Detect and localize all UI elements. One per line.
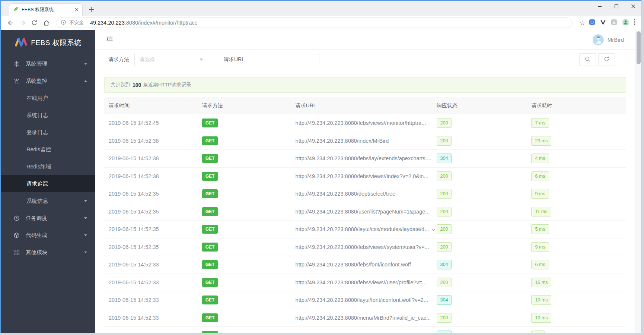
window-border-right[interactable] <box>641 0 644 335</box>
table-row[interactable]: 2019-06-15 14:52:38 GET http://49.234.20… <box>104 150 626 168</box>
duration-badge: 9 ms <box>531 242 549 252</box>
address-bar[interactable]: 不安全 49.234.20.223:8080/index#/monitor/ht… <box>56 18 573 28</box>
alert-prefix: 共追踪到 <box>111 82 131 88</box>
duration-badge: 9 ms <box>531 189 549 199</box>
table-row[interactable]: 2019-06-15 14:52:35 GET http://49.234.20… <box>104 238 626 256</box>
method-badge: GET <box>202 243 218 252</box>
home-icon[interactable] <box>41 17 52 28</box>
col-header-status: 响应状态 <box>437 102 532 109</box>
chevron-down-icon[interactable] <box>431 226 436 232</box>
febs-logo-icon <box>15 37 27 48</box>
sidebar-item-label: Redis终端 <box>26 163 51 170</box>
sidebar-item-redis-monitor[interactable]: Redis监控 <box>1 141 95 158</box>
table-row[interactable]: 2019-06-15 14:52:38 GET http://49.234.20… <box>104 168 626 186</box>
status-badge: 304 <box>437 295 452 305</box>
sidebar-item-request-trace[interactable]: 请求追踪 <box>1 175 95 192</box>
table-row[interactable]: 2019-06-15 14:52:33 GET http://49.234.20… <box>104 291 626 309</box>
extension-v-icon[interactable] <box>600 19 606 26</box>
method-select[interactable]: 请选择 <box>134 53 208 66</box>
page-scrollbar[interactable] <box>635 30 641 333</box>
sidebar-item-label: 任务调度 <box>26 215 47 222</box>
browser-tab[interactable]: FEBS 权限系统 <box>9 3 83 16</box>
app-logo[interactable]: FEBS 权限系统 <box>1 30 95 55</box>
trace-count-alert: 共追踪到100条近期HTTP请求记录 <box>104 77 626 93</box>
tab-close-icon[interactable] <box>75 8 79 12</box>
duration-badge: 15 ms <box>531 278 551 287</box>
request-time: 2019-06-15 14:52:38 <box>109 155 202 161</box>
duration-badge: 4 ms <box>531 154 549 163</box>
sidebar-item-code-generation[interactable]: 代码生成 <box>1 227 95 244</box>
method-badge: GET <box>202 189 218 198</box>
sidebar-collapse-icon[interactable] <box>106 35 114 44</box>
sidebar-item-system-monitor[interactable]: 系统监控 <box>1 72 95 89</box>
new-tab-button[interactable] <box>89 7 94 12</box>
window-controls <box>591 1 641 12</box>
refresh-button[interactable] <box>598 53 615 66</box>
maximize-button[interactable] <box>608 1 625 12</box>
main-content: MrBird 请求方法 请选择 请求URL <box>95 30 641 333</box>
forward-icon[interactable] <box>17 17 28 28</box>
sidebar-item-system-management[interactable]: 系统管理 <box>1 55 95 72</box>
search-button[interactable] <box>579 53 596 66</box>
cube-icon <box>13 232 20 238</box>
sidebar-item-redis-terminal[interactable]: Redis终端 <box>1 158 95 175</box>
page-body: 请求方法 请选择 请求URL <box>95 50 641 333</box>
table-row[interactable]: 2019-06-15 14:52:35 GET http://49.234.20… <box>104 185 626 203</box>
sidebar-item-label: 登录日志 <box>26 129 48 136</box>
close-window-button[interactable] <box>625 1 641 12</box>
browser-menu-icon[interactable] <box>634 19 635 26</box>
scrollbar-thumb[interactable] <box>637 31 641 64</box>
sidebar-item-label: 请求追踪 <box>26 180 48 187</box>
request-url: http://49.234.20.223:8080/user/list?page… <box>296 209 437 215</box>
security-label: 不安全 <box>69 19 84 26</box>
url-filter-label: 请求URL <box>224 56 245 63</box>
table-row[interactable]: 2019-06-15 14:52:33 GET http://49.234.20… <box>104 309 626 327</box>
sidebar-item-online-users[interactable]: 在线用户 <box>1 89 95 107</box>
username: MrBird <box>608 37 624 43</box>
status-badge: 200 <box>437 136 452 146</box>
sidebar: FEBS 权限系统 系统管理 系统监控 在线用户 系统日志 登录 <box>1 30 95 333</box>
sidebar-item-other-modules[interactable]: 其他模块 <box>1 244 95 261</box>
alarm-icon <box>13 78 20 84</box>
bookmark-star-icon[interactable]: ☆ <box>577 17 588 28</box>
table-row[interactable]: 2019-06-15 14:52:35 GET http://49.234.20… <box>104 221 626 238</box>
user-menu[interactable]: MrBird <box>593 34 624 45</box>
sidebar-item-system-info[interactable]: 系统信息 <box>1 192 95 209</box>
info-icon[interactable] <box>61 19 66 26</box>
sidebar-item-label: 系统监控 <box>26 78 47 85</box>
url-filter-input[interactable] <box>250 53 319 66</box>
duration-badge: 6 ms <box>531 171 549 181</box>
chevron-down-icon <box>200 59 203 61</box>
col-header-time: 请求时间 <box>109 102 202 109</box>
extension-gray-icon[interactable] <box>611 19 617 27</box>
app-root: FEBS 权限系统 系统管理 系统监控 在线用户 系统日志 登录 <box>1 30 641 333</box>
table-row[interactable]: 2019-06-15 14:52:33 GET http://49.234.20… <box>104 256 626 274</box>
sidebar-item-task-schedule[interactable]: 任务调度 <box>1 209 95 227</box>
status-badge: 200 <box>437 278 452 287</box>
sidebar-item-system-log[interactable]: 系统日志 <box>1 107 95 124</box>
table-row[interactable]: 2019-06-15 14:52:38 GET http://49.234.20… <box>104 132 626 150</box>
table-row[interactable]: 2019-06-15 14:52:33 GET http://49.234.20… <box>104 274 626 292</box>
minimize-button[interactable] <box>591 1 608 12</box>
method-filter-label: 请求方法 <box>108 56 129 63</box>
window-border-bottom[interactable] <box>0 333 644 335</box>
status-badge: 200 <box>437 189 452 199</box>
method-badge: GET <box>202 296 218 304</box>
browser-window: FEBS 权限系统 不安全 49.234.20.223:8080/index#/… <box>0 0 644 335</box>
extension-blue-icon[interactable] <box>589 19 595 27</box>
back-icon[interactable] <box>5 17 16 28</box>
duration-badge: 10 ms <box>531 295 551 305</box>
table-row[interactable]: 2019-06-15 14:52:45 GET http://49.234.20… <box>104 114 626 132</box>
table-row-partial[interactable]: 2019-06-15 14:52:33 GET http://49.234.20… <box>104 327 626 333</box>
table-row[interactable]: 2019-06-15 14:52:35 GET http://49.234.20… <box>104 203 626 221</box>
sidebar-item-login-log[interactable]: 登录日志 <box>1 124 95 141</box>
clock-icon <box>13 215 20 221</box>
sidebar-item-label: 在线用户 <box>26 95 48 102</box>
sidebar-item-label: Redis监控 <box>26 146 51 153</box>
request-url: http://49.234.20.223:8080/febs/views//mo… <box>296 120 437 126</box>
reload-icon[interactable] <box>29 17 40 28</box>
request-time: 2019-06-15 14:52:33 <box>109 315 202 321</box>
method-badge: GET <box>202 313 218 322</box>
profile-avatar-icon[interactable] <box>622 19 629 27</box>
duration-badge: 23 ms <box>531 136 551 146</box>
